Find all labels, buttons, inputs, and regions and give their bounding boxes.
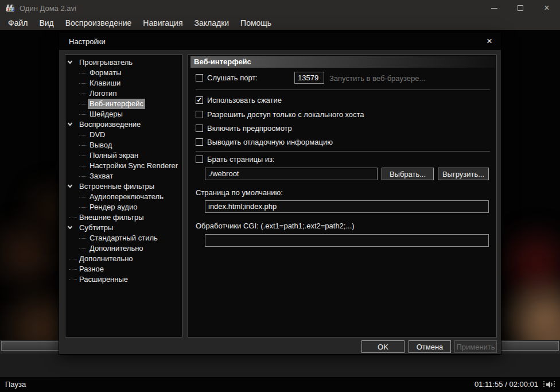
tree-item-playback[interactable]: Воспроизведение bbox=[65, 119, 182, 130]
menu-help[interactable]: Помощь bbox=[235, 17, 277, 29]
menu-playback[interactable]: Воспроизведение bbox=[60, 17, 138, 29]
tree-item-dvd[interactable]: DVD bbox=[65, 130, 182, 140]
close-button[interactable]: × bbox=[534, 0, 560, 16]
tree-item-keys[interactable]: Клавиши bbox=[65, 78, 182, 88]
tree-item-sync-renderer[interactable]: Настройки Sync Renderer bbox=[65, 161, 182, 171]
dialog-title: Настройки bbox=[69, 37, 106, 46]
chevron-down-icon[interactable] bbox=[68, 183, 72, 188]
tree-item-advanced[interactable]: Дополнительно bbox=[65, 254, 182, 264]
localhost-only-checkbox[interactable]: Разрешить доступ только с локального хос… bbox=[196, 110, 364, 119]
ok-button[interactable]: OK bbox=[361, 340, 405, 353]
checkbox-checked-icon[interactable] bbox=[196, 96, 203, 104]
browse-button[interactable]: Выбрать... bbox=[382, 168, 434, 180]
panel-header: Веб-интерфейс bbox=[190, 56, 495, 68]
titlebar: 3 2 1 Один Дома 2.avi × bbox=[0, 0, 560, 16]
chevron-down-icon[interactable] bbox=[68, 121, 72, 126]
default-page-label: Страница по умолчанию: bbox=[196, 188, 283, 197]
close-icon: × bbox=[487, 36, 492, 47]
cancel-button[interactable]: Отмена bbox=[409, 340, 451, 353]
menubar: Файл Вид Воспроизведение Навигация Закла… bbox=[0, 16, 560, 30]
checkbox-icon[interactable] bbox=[196, 138, 203, 146]
menu-view[interactable]: Вид bbox=[33, 17, 59, 29]
menu-file[interactable]: Файл bbox=[2, 17, 33, 29]
web-interface-panel: Веб-интерфейс Слушать порт: 13579 Запуст… bbox=[188, 55, 497, 337]
tree-item-formats[interactable]: Форматы bbox=[65, 68, 182, 78]
minimize-icon bbox=[491, 8, 497, 9]
tree-item-shaders[interactable]: Шейдеры bbox=[65, 109, 182, 119]
chevron-down-icon[interactable] bbox=[68, 59, 72, 64]
tree-item-audio-switcher[interactable]: Аудиопереключатель bbox=[65, 192, 182, 202]
tree-item-external-filters[interactable]: Внешние фильтры bbox=[65, 212, 182, 223]
tree-item-expert[interactable]: Расширенные bbox=[65, 274, 182, 285]
launch-browser-link[interactable]: Запустить в веб-браузере... bbox=[329, 74, 425, 83]
cgi-handlers-label: Обработчики CGI: (.ext1=path1;.ext2=path… bbox=[196, 222, 355, 230]
dialog-close-button[interactable]: × bbox=[483, 35, 496, 48]
settings-tree: Проигрыватель Форматы Клавиши Логотип Ве… bbox=[65, 55, 182, 337]
divider bbox=[196, 151, 490, 152]
enable-preview-checkbox[interactable]: Включить предпросмотр bbox=[196, 124, 292, 133]
control-bar bbox=[0, 354, 560, 377]
unload-button[interactable]: Выгрузить... bbox=[438, 168, 489, 180]
minimize-button[interactable] bbox=[481, 0, 507, 16]
checkbox-icon[interactable] bbox=[196, 74, 203, 81]
apply-button[interactable]: Применить bbox=[454, 340, 497, 353]
app-icon: 3 2 1 bbox=[6, 3, 15, 13]
maximize-button[interactable] bbox=[507, 0, 534, 16]
tree-item-subtitles[interactable]: Субтитры bbox=[65, 223, 182, 233]
tree-item-misc[interactable]: Разное bbox=[65, 264, 182, 274]
checkbox-icon[interactable] bbox=[196, 111, 203, 118]
tree-item-internal-filters[interactable]: Встроенные фильтры bbox=[65, 181, 182, 192]
chevron-down-icon[interactable] bbox=[68, 224, 72, 229]
menu-bookmarks[interactable]: Закладки bbox=[189, 17, 235, 29]
tree-item-logo[interactable]: Логотип bbox=[65, 88, 182, 99]
menu-navigation[interactable]: Навигация bbox=[137, 17, 188, 29]
tree-item-audio-renderer[interactable]: Рендер аудио bbox=[65, 202, 182, 212]
tree-item-default-style[interactable]: Стандартный стиль bbox=[65, 233, 182, 243]
tree-item-output[interactable]: Вывод bbox=[65, 140, 182, 150]
status-bar: Пауза 01:11:55 / 02:00:01 bbox=[0, 377, 560, 392]
serve-pages-checkbox[interactable]: Брать страницы из: bbox=[196, 155, 275, 164]
listen-port-checkbox[interactable]: Слушать порт: bbox=[196, 73, 258, 82]
tree-item-web-interface[interactable]: Веб-интерфейс bbox=[65, 99, 182, 109]
port-input[interactable]: 13579 bbox=[294, 72, 324, 84]
use-compression-checkbox[interactable]: Использовать сжатие bbox=[196, 96, 282, 104]
tree-item-capture[interactable]: Захват bbox=[65, 171, 182, 181]
window-title: Один Дома 2.avi bbox=[20, 4, 76, 13]
dialog-titlebar[interactable]: Настройки × bbox=[59, 33, 501, 50]
time-display: 01:11:55 / 02:00:01 bbox=[475, 380, 538, 389]
playback-state-label: Пауза bbox=[5, 380, 26, 389]
svg-text:1: 1 bbox=[12, 7, 14, 11]
maximize-icon bbox=[518, 5, 523, 11]
debug-info-checkbox[interactable]: Выводить отладочную информацию bbox=[196, 138, 333, 146]
tree-item-fullscreen[interactable]: Полный экран bbox=[65, 150, 182, 161]
checkbox-icon[interactable] bbox=[196, 125, 203, 132]
status-audio-icon bbox=[543, 381, 555, 389]
divider bbox=[196, 90, 490, 90]
close-icon: × bbox=[544, 3, 549, 13]
checkbox-icon[interactable] bbox=[196, 156, 203, 163]
settings-dialog: Настройки × Проигрыватель Форматы Клавиш… bbox=[59, 33, 501, 354]
tree-item-player[interactable]: Проигрыватель bbox=[65, 57, 182, 68]
tree-item-subtitles-misc[interactable]: Дополнительно bbox=[65, 243, 182, 254]
default-page-input[interactable]: index.html;index.php bbox=[205, 200, 489, 213]
cgi-handlers-input[interactable] bbox=[205, 234, 489, 247]
webroot-path-input[interactable]: ./webroot bbox=[205, 168, 378, 180]
